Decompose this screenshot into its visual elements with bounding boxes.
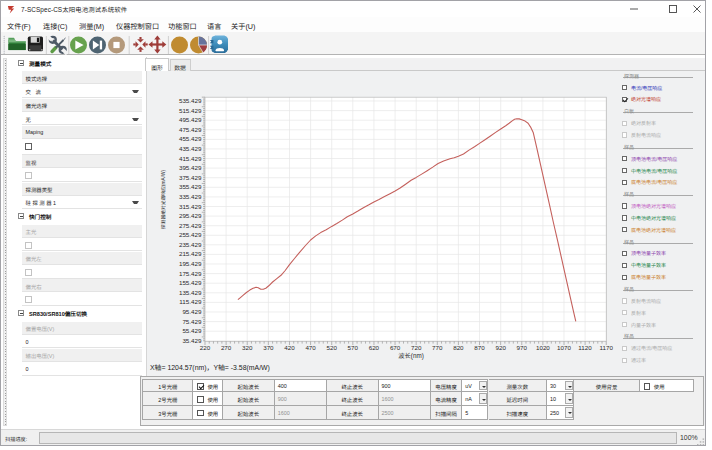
svg-text:1170: 1170: [599, 344, 613, 351]
svg-text:570: 570: [348, 344, 359, 351]
svg-text:920: 920: [495, 344, 506, 351]
svg-text:470: 470: [305, 344, 316, 351]
svg-text:1070: 1070: [557, 344, 571, 351]
svg-text:270: 270: [221, 344, 232, 351]
svg-text:670: 670: [390, 344, 401, 351]
svg-text:255.429: 255.429: [179, 231, 202, 238]
svg-text:95.429: 95.429: [182, 308, 202, 315]
svg-text:235.429: 235.429: [179, 241, 202, 248]
svg-text:195.429: 195.429: [179, 260, 202, 267]
svg-text:970: 970: [517, 344, 528, 351]
svg-text:175.429: 175.429: [179, 270, 202, 277]
svg-text:370: 370: [263, 344, 274, 351]
svg-text:波长(nm): 波长(nm): [398, 352, 424, 360]
svg-text:535.429: 535.429: [179, 97, 202, 104]
svg-text:520: 520: [326, 344, 337, 351]
svg-text:115.429: 115.429: [179, 298, 202, 305]
svg-text:395.429: 395.429: [179, 164, 202, 171]
svg-text:415.429: 415.429: [179, 155, 202, 162]
svg-text:320: 320: [242, 344, 253, 351]
svg-text:375.429: 375.429: [179, 174, 202, 181]
svg-text:620: 620: [369, 344, 380, 351]
svg-text:720: 720: [411, 344, 422, 351]
svg-text:1120: 1120: [578, 344, 592, 351]
svg-text:475.429: 475.429: [179, 126, 202, 133]
svg-text:295.429: 295.429: [179, 212, 202, 219]
svg-text:215.429: 215.429: [179, 250, 202, 257]
svg-text:515.429: 515.429: [179, 107, 202, 114]
svg-text:335.429: 335.429: [179, 193, 202, 200]
svg-text:155.429: 155.429: [179, 279, 202, 286]
svg-text:820: 820: [453, 344, 464, 351]
svg-text:55.429: 55.429: [182, 327, 202, 334]
svg-text:455.429: 455.429: [179, 135, 202, 142]
svg-text:135.429: 135.429: [179, 289, 202, 296]
svg-text:探测器绝对光谱响应(mA/W): 探测器绝对光谱响应(mA/W): [160, 169, 166, 229]
svg-text:770: 770: [432, 344, 443, 351]
svg-text:35.429: 35.429: [182, 337, 202, 344]
svg-text:1020: 1020: [536, 344, 550, 351]
svg-text:315.429: 315.429: [179, 203, 202, 210]
svg-text:870: 870: [474, 344, 485, 351]
svg-text:435.429: 435.429: [179, 145, 202, 152]
svg-text:75.429: 75.429: [182, 318, 202, 325]
svg-text:220: 220: [200, 344, 211, 351]
svg-text:275.429: 275.429: [179, 222, 202, 229]
svg-text:420: 420: [284, 344, 295, 351]
svg-text:495.429: 495.429: [179, 116, 202, 123]
svg-text:355.429: 355.429: [179, 183, 202, 190]
